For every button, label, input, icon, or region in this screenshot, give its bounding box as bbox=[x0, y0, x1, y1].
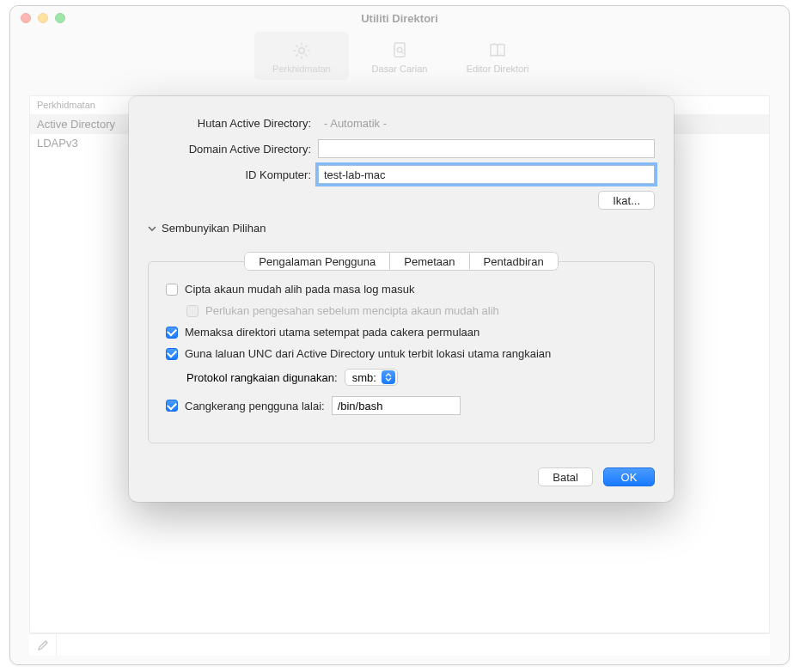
forest-label: Hutan Active Directory: bbox=[148, 117, 318, 130]
protocol-value: smb: bbox=[352, 371, 376, 384]
default-shell-input[interactable] bbox=[332, 396, 461, 415]
cancel-button[interactable]: Batal bbox=[538, 467, 593, 486]
create-mobile-checkbox[interactable] bbox=[166, 284, 178, 296]
use-unc-label: Guna laluan UNC dari Active Directory un… bbox=[185, 347, 551, 360]
popup-arrows-icon bbox=[382, 370, 395, 384]
tab-administrative[interactable]: Pentadbiran bbox=[470, 252, 559, 271]
force-local-label: Memaksa direktori utama setempat pada ca… bbox=[185, 326, 479, 339]
force-local-checkbox[interactable] bbox=[166, 327, 178, 339]
disclosure-toggle[interactable]: Sembunyikan Pilihan bbox=[148, 222, 655, 235]
bind-button[interactable]: Ikat... bbox=[598, 191, 655, 210]
computer-id-input[interactable] bbox=[318, 165, 655, 184]
protocol-popup[interactable]: smb: bbox=[345, 369, 398, 386]
tab-mappings[interactable]: Pemetaan bbox=[390, 252, 469, 271]
computer-id-label: ID Komputer: bbox=[148, 168, 318, 181]
forest-input[interactable] bbox=[318, 113, 655, 132]
default-shell-checkbox[interactable] bbox=[166, 400, 178, 412]
footer: Klik kunci untuk mengelakkan perubahan s… bbox=[10, 664, 789, 665]
domain-label: Domain Active Directory: bbox=[148, 143, 318, 156]
require-confirm-label: Perlukan pengesahan sebelum mencipta aka… bbox=[205, 304, 499, 317]
require-confirm-checkbox bbox=[186, 305, 198, 317]
protocol-label: Protokol rangkaian digunakan: bbox=[186, 371, 338, 384]
tab-user-experience[interactable]: Pengalaman Pengguna bbox=[244, 252, 390, 271]
chevron-down-icon bbox=[148, 224, 156, 233]
create-mobile-label: Cipta akaun mudah alih pada masa log mas… bbox=[185, 283, 414, 296]
default-shell-label: Cangkerang pengguna lalai: bbox=[185, 400, 325, 412]
domain-input[interactable] bbox=[318, 139, 655, 158]
active-directory-sheet: Hutan Active Directory: Domain Active Di… bbox=[129, 96, 674, 502]
ok-button[interactable]: OK bbox=[603, 467, 655, 486]
user-experience-pane: Cipta akaun mudah alih pada masa log mas… bbox=[148, 261, 655, 443]
use-unc-checkbox[interactable] bbox=[166, 348, 178, 360]
options-tabs: Pengalaman Pengguna Pemetaan Pentadbiran bbox=[148, 243, 655, 262]
disclosure-label: Sembunyikan Pilihan bbox=[162, 222, 266, 235]
